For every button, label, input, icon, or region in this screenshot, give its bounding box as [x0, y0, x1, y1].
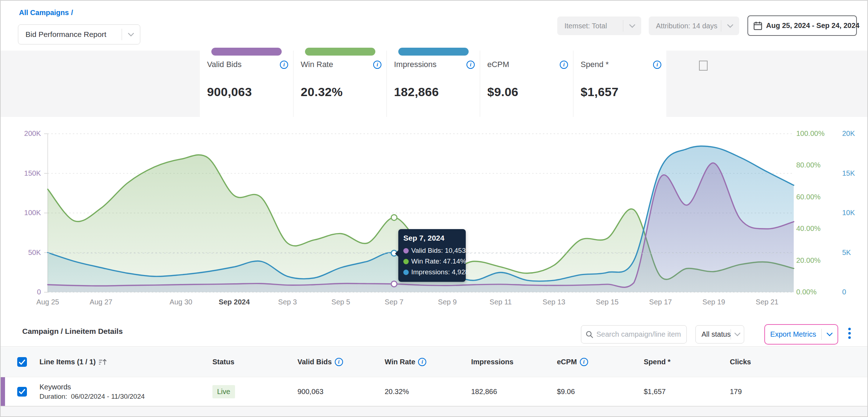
chevron-down-icon — [721, 24, 739, 28]
search-icon — [586, 331, 593, 338]
metric-value-cell: $9.06 — [557, 388, 644, 396]
details-toolbar: Campaign / Lineitem Details All status E… — [1, 316, 867, 347]
search-input[interactable] — [596, 330, 682, 338]
axis-tick-label: 200K — [1, 129, 41, 138]
metric-label: Win Rate — [301, 60, 333, 69]
axis-tick-label: 40.00% — [796, 224, 839, 233]
axis-tick-label: 15K — [842, 169, 867, 177]
axis-tick-label: 5K — [842, 248, 867, 257]
column-header-valid-bids: Valid Bidsi — [297, 358, 385, 366]
info-icon[interactable]: i — [373, 61, 381, 69]
status-filter-value: All status — [696, 330, 731, 338]
metric-cards-panel: Valid Bidsi900,063Win Ratei20.32%Impress… — [200, 51, 666, 117]
metric-value-cell: $1,657 — [644, 388, 730, 396]
metric-label: Impressions — [394, 60, 437, 69]
breadcrumb-all-campaigns-link[interactable]: All Campaigns — [19, 9, 69, 16]
metric-value: 182,866 — [394, 85, 439, 99]
status-filter-select[interactable]: All status — [695, 325, 744, 343]
x-axis-tick-label: Aug 27 — [90, 298, 112, 306]
info-icon[interactable]: i — [466, 61, 475, 69]
axis-tick-label: 10K — [842, 208, 867, 217]
tooltip-date: Sep 7, 2024 — [403, 234, 461, 242]
metric-label-row: eCPMi — [487, 60, 568, 69]
info-icon[interactable]: i — [653, 61, 661, 69]
bid-performance-report-page: All Campaigns/ Bid Performance Report It… — [0, 0, 868, 417]
info-icon[interactable]: i — [418, 358, 426, 366]
breadcrumb: All Campaigns/ — [19, 9, 73, 17]
report-type-value: Bid Performance Report — [18, 30, 122, 39]
column-header-label: Clicks — [730, 358, 751, 366]
lineitem-name-cell: KeywordsDuration: 06/02/2024 - 11/30/202… — [39, 383, 212, 401]
chevron-down-icon — [623, 24, 641, 28]
column-header-label: eCPM — [557, 358, 577, 366]
x-axis-tick-label: Sep 15 — [596, 298, 619, 306]
status-badge: Live — [212, 385, 235, 398]
metric-value: $9.06 — [487, 85, 519, 99]
column-header-label: Spend * — [644, 358, 670, 366]
x-axis-tick-label: Sep 17 — [649, 298, 672, 306]
column-header-label: Line Items (1 / 1) — [39, 358, 96, 366]
tooltip-row: Win Rate: 47.14% — [403, 256, 461, 267]
top-bar: All Campaigns/ Bid Performance Report It… — [1, 1, 867, 51]
x-axis-tick-label: Sep 21 — [756, 298, 778, 306]
column-header-status: Status — [212, 358, 297, 366]
x-axis-tick-label: Aug 30 — [170, 298, 192, 306]
axis-tick-label: 0 — [842, 288, 867, 296]
series-dot — [403, 270, 409, 275]
metric-value-cell: 900,063 — [297, 388, 385, 396]
calendar-icon — [753, 21, 763, 30]
attribution-filter-select[interactable]: Attribution: 14 days — [649, 16, 739, 35]
metric-label-row: Impressionsi — [394, 60, 475, 69]
hover-marker-valid-bids — [391, 281, 397, 287]
axis-tick-label: 20.00% — [796, 256, 839, 265]
row-checkbox[interactable] — [17, 387, 27, 397]
sort-icon[interactable] — [99, 358, 107, 366]
chart-tooltip: Sep 7, 2024 Valid Bids: 10,453Win Rate: … — [398, 229, 466, 282]
lineitem-duration: Duration: 06/02/2024 - 11/30/2024 — [39, 393, 212, 401]
tooltip-row-text: Impressions: 4,928 — [411, 268, 469, 276]
metric-card-win-rate: Win Ratei20.32% — [293, 51, 386, 117]
table-row: KeywordsDuration: 06/02/2024 - 11/30/202… — [1, 377, 867, 407]
attribution-filter-value: Attribution: 14 days — [649, 22, 721, 30]
bottom-strip — [1, 407, 867, 417]
x-axis-tick-label: Sep 7 — [385, 298, 403, 306]
axis-tick-label: 60.00% — [796, 193, 839, 201]
info-icon[interactable]: i — [335, 358, 343, 366]
x-axis-tick-label: Sep 11 — [489, 298, 512, 306]
row-accent-bar — [1, 377, 5, 406]
row-checkbox[interactable] — [17, 357, 27, 367]
column-header-label: Win Rate — [385, 358, 415, 366]
x-axis-tick-label: Sep 3 — [278, 298, 297, 306]
more-options-kebab-menu[interactable] — [848, 328, 851, 341]
info-icon[interactable]: i — [560, 61, 568, 69]
axis-tick-label: 100.00% — [796, 129, 839, 138]
metric-label: eCPM — [487, 60, 509, 69]
export-metrics-button[interactable]: Export Metrics — [764, 324, 838, 345]
date-range-picker[interactable]: Aug 25, 2024 - Sep 24, 2024 — [747, 15, 857, 36]
metric-value-cell: 182,866 — [471, 388, 557, 396]
row-checkbox-cell — [1, 387, 39, 397]
status-cell: Live — [212, 385, 297, 398]
lineitem-name: Keywords — [39, 383, 212, 391]
report-type-select[interactable]: Bid Performance Report — [18, 24, 140, 44]
tooltip-row-text: Valid Bids: 10,453 — [411, 247, 466, 255]
metric-value: 900,063 — [207, 85, 252, 99]
info-icon[interactable]: i — [280, 61, 288, 69]
metric-label-row: Win Ratei — [301, 60, 381, 69]
column-header-win-rate: Win Ratei — [385, 358, 471, 366]
itemset-filter-select[interactable]: Itemset: Total — [557, 16, 641, 35]
chevron-down-icon — [122, 33, 140, 37]
column-header-label: Impressions — [471, 358, 513, 366]
search-box — [581, 325, 687, 343]
axis-tick-label: 20K — [842, 129, 867, 138]
metrics-strip: Valid Bidsi900,063Win Ratei20.32%Impress… — [1, 51, 867, 117]
axis-tick-label: 0.00% — [796, 288, 839, 296]
series-color-pill — [398, 48, 469, 56]
axis-tick-label: 50K — [1, 248, 41, 257]
info-icon[interactable]: i — [580, 358, 588, 366]
date-range-value: Aug 25, 2024 - Sep 24, 2024 — [766, 22, 859, 30]
series-color-pill — [211, 48, 282, 56]
series-dot — [403, 259, 409, 264]
axis-tick-label: 80.00% — [796, 161, 839, 169]
metric-card-ecpm: eCPMi$9.06 — [480, 51, 573, 117]
